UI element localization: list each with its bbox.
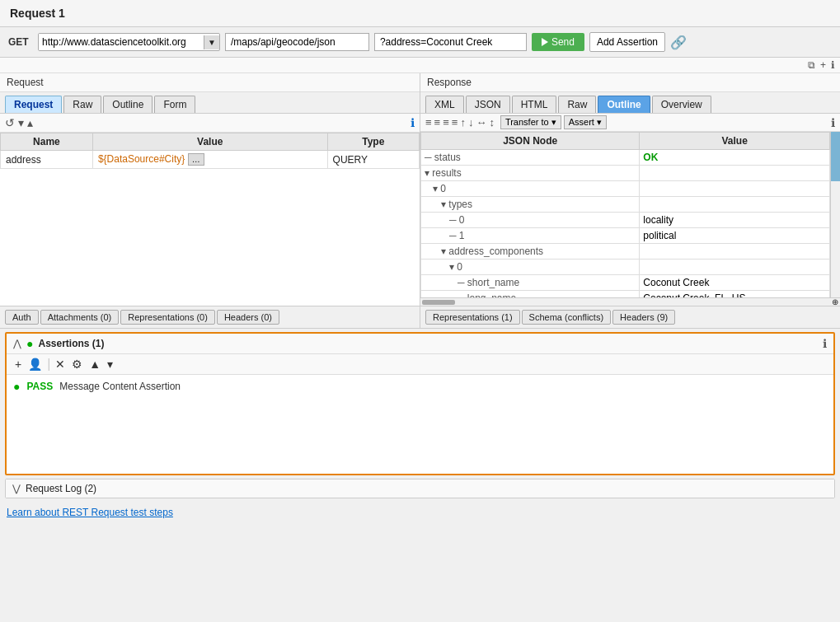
resp-toolbar-info-icon[interactable]: ℹ [831, 116, 835, 129]
assertions-title: Assertions (1) [38, 338, 104, 349]
add-assertion-label: Add Assertion [597, 36, 658, 48]
tree-row-status: ─ status OK [421, 150, 830, 166]
move-down-button[interactable]: ▾ [106, 357, 115, 372]
tree-row-address-components: ▾ address_components [421, 244, 830, 260]
request-toolbar: ↺ ▾ ▴ ℹ [0, 114, 420, 133]
tab-form[interactable]: Form [154, 96, 195, 113]
url-base-container: ▼ [38, 33, 220, 51]
icon-bar-info[interactable]: ℹ [831, 59, 835, 71]
link-icon[interactable]: 🔗 [670, 35, 687, 50]
tree-row-results-0: ▾ 0 [421, 181, 830, 197]
param-row: address ${DataSource#City} … QUERY [1, 151, 420, 169]
request-tabs: Request Raw Outline Form [0, 92, 420, 114]
page-title: Request 1 [10, 7, 65, 20]
tab-html[interactable]: HTML [512, 96, 557, 113]
req-toolbar-info-icon[interactable]: ℹ [411, 116, 415, 129]
sort-desc-icon[interactable]: ↓ [468, 116, 474, 129]
tree-row-results: ▾ results [421, 166, 830, 181]
response-bottom-tabs: Representations (1) Schema (conflicts) H… [420, 306, 840, 328]
tab-resp-representations[interactable]: Representations (1) [425, 310, 520, 325]
tab-request[interactable]: Request [5, 96, 62, 113]
toolbar-separator: | [47, 357, 50, 372]
response-tree: JSON Node Value ─ status OK ▾ results [420, 132, 840, 297]
http-method: GET [8, 36, 33, 48]
tab-outline[interactable]: Outline [598, 96, 650, 113]
assertion-name[interactable]: Message Content Assertion [59, 381, 181, 392]
assertions-header: ⋀ ● Assertions (1) ℹ [7, 334, 833, 354]
sort-asc-icon[interactable]: ↑ [460, 116, 466, 129]
expand-all-icon[interactable]: ↔ [476, 116, 486, 129]
scrollbar-thumb [831, 132, 840, 181]
play-icon [542, 38, 548, 46]
icon-bar: ⧉ + ℹ [0, 58, 840, 73]
param-type: QUERY [327, 151, 419, 169]
tab-headers[interactable]: Headers (0) [217, 310, 279, 325]
request-log-header[interactable]: ⋁ Request Log (2) [6, 479, 834, 498]
col-value: Value [92, 133, 327, 151]
send-button[interactable]: Send [532, 33, 584, 51]
move-up-button[interactable]: ▲ [87, 357, 102, 372]
url-query-input[interactable] [374, 33, 527, 51]
tab-resp-headers[interactable]: Headers (9) [612, 310, 675, 325]
configure-assertion-button[interactable]: ⚙ [70, 357, 84, 372]
col-name: Name [1, 133, 93, 151]
horiz-scroll-thumb [422, 300, 455, 305]
response-panel: Response XML JSON HTML Raw Outline Overv… [420, 73, 840, 328]
response-tabs: XML JSON HTML Raw Outline Overview [420, 92, 840, 114]
horizontal-scroll-bar[interactable]: ⊕ [420, 297, 840, 306]
col-type: Type [327, 133, 419, 151]
collapse-all-icon[interactable]: ↕ [489, 116, 495, 129]
format-icon[interactable]: ≡ [452, 116, 458, 129]
url-path-input[interactable] [225, 33, 369, 51]
add-assertion-tool-button[interactable]: + [13, 357, 23, 372]
add-from-response-button[interactable]: 👤 [26, 357, 44, 372]
tab-auth[interactable]: Auth [5, 310, 39, 325]
icon-bar-copy[interactable]: ⧉ [808, 59, 815, 71]
param-value: ${DataSource#City} … [92, 151, 327, 169]
tab-json[interactable]: JSON [466, 96, 510, 113]
tab-raw[interactable]: Raw [63, 96, 101, 113]
tree-col-node: JSON Node [421, 133, 640, 150]
tab-raw[interactable]: Raw [558, 96, 596, 113]
delete-assertion-button[interactable]: ✕ [54, 357, 67, 372]
param-value-expand-button[interactable]: … [188, 153, 204, 166]
url-dropdown-button[interactable]: ▼ [204, 35, 219, 49]
title-bar: Request 1 [0, 0, 840, 27]
tab-xml[interactable]: XML [425, 96, 464, 113]
learn-more-link[interactable]: Learn about REST Request test steps [7, 507, 173, 518]
tree-row-addr-comp-0: ▾ 0 [421, 260, 830, 275]
url-path-container [225, 33, 369, 51]
icon-bar-add[interactable]: + [820, 59, 826, 71]
tab-attachments[interactable]: Attachments (0) [40, 310, 120, 325]
assertions-panel: ⋀ ● Assertions (1) ℹ + 👤 | ✕ ⚙ ▲ ▾ ● PAS… [5, 332, 835, 475]
assertions-info-icon[interactable]: ℹ [823, 337, 827, 350]
add-assertion-button[interactable]: Add Assertion [589, 32, 665, 52]
assertion-status-dot: ● [13, 380, 20, 393]
chevron-down-icon[interactable]: ▾ [18, 116, 24, 129]
chevron-up-icon[interactable]: ▴ [27, 116, 33, 129]
tab-outline[interactable]: Outline [103, 96, 153, 113]
footer: Learn about REST Request test steps [0, 502, 840, 523]
transfer-to-button[interactable]: Transfer to ▾ [500, 115, 561, 129]
assertions-toolbar: + 👤 | ✕ ⚙ ▲ ▾ [7, 354, 833, 375]
log-expand-icon[interactable]: ⋁ [12, 483, 21, 494]
assertions-collapse-icon[interactable]: ⋀ [13, 338, 21, 349]
tree-row-long-name: ─ long_name Coconut Creek, FL, US [421, 291, 830, 298]
param-table: Name Value Type address ${DataSource#Cit… [0, 133, 420, 306]
align-right-icon[interactable]: ≡ [443, 116, 449, 129]
tree-scroll-area[interactable]: JSON Node Value ─ status OK ▾ results [420, 132, 830, 297]
assertions-status-dot: ● [26, 337, 33, 350]
request-panel-label: Request [0, 73, 420, 92]
tab-representations[interactable]: Representations (0) [120, 310, 215, 325]
tab-schema-conflicts[interactable]: Schema (conflicts) [522, 310, 611, 325]
align-left-icon[interactable]: ≡ [425, 116, 432, 129]
url-base-input[interactable] [39, 34, 204, 50]
assertions-list: ● PASS Message Content Assertion [7, 375, 833, 474]
assertion-row: ● PASS Message Content Assertion [13, 378, 827, 395]
refresh-icon[interactable]: ↺ [5, 116, 15, 129]
assert-button[interactable]: Assert ▾ [564, 115, 607, 129]
param-name: address [1, 151, 93, 169]
response-scrollbar[interactable] [830, 132, 840, 297]
align-center-icon[interactable]: ≡ [434, 116, 441, 129]
tab-overview[interactable]: Overview [652, 96, 711, 113]
